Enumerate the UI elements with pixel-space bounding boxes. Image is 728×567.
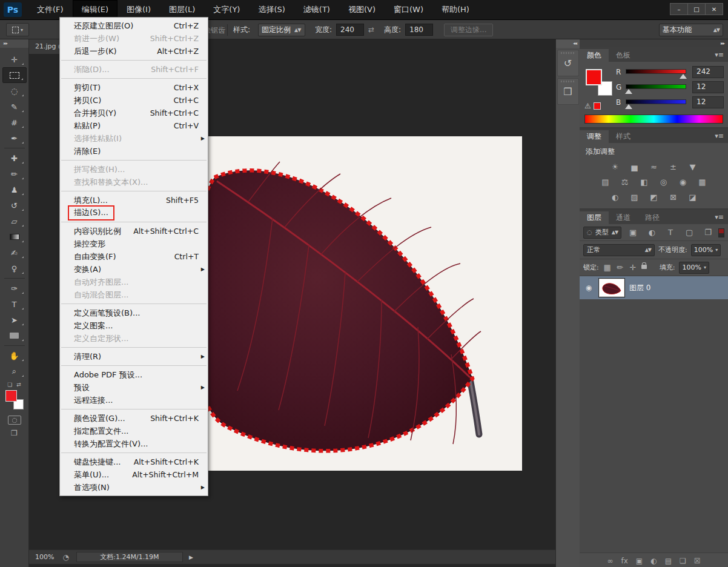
photo-filter-icon[interactable]: ◎ [657, 177, 670, 187]
tool-preset-picker[interactable]: ▾ [6, 23, 29, 36]
status-circle-icon[interactable]: ◔ [62, 553, 68, 562]
quick-selection-tool[interactable]: ✎ [2, 99, 27, 114]
menu-item[interactable]: 菜单(U)...Alt+Shift+Ctrl+M [60, 468, 208, 481]
swap-dimensions-icon[interactable]: ⇄ [368, 20, 374, 39]
menu-item[interactable]: 键盘快捷键...Alt+Shift+Ctrl+K [60, 456, 208, 468]
menu-item[interactable]: 清理(R)▶ [60, 350, 208, 363]
zoom-tool[interactable]: ⌕ [2, 363, 27, 379]
invert-icon[interactable]: ◐ [609, 192, 622, 202]
brightness-contrast-icon[interactable]: ☀ [609, 162, 622, 172]
new-group-icon[interactable]: ▤ [665, 555, 672, 566]
channel-value-input[interactable]: 242 [692, 66, 724, 78]
menubar-item[interactable]: 窗口(W) [385, 0, 432, 20]
channel-value-input[interactable]: 12 [692, 96, 724, 108]
move-tool[interactable]: ✛ [2, 51, 27, 67]
menu-item[interactable]: 自由变换(F)Ctrl+T [60, 250, 208, 263]
menu-item[interactable]: 清除(E) [60, 145, 208, 158]
menubar-item[interactable]: 帮助(H) [432, 0, 478, 20]
new-adjustment-icon[interactable]: ◐ [650, 555, 657, 566]
color-balance-icon[interactable]: ⚖ [618, 177, 632, 187]
rect-marquee-tool[interactable] [2, 67, 27, 83]
tab-图层[interactable]: 图层 [580, 211, 609, 224]
menu-item[interactable]: 还原建立图层(O)Ctrl+Z [60, 19, 208, 32]
menu-item[interactable]: 转换为配置文件(V)... [60, 437, 208, 450]
link-layers-icon[interactable]: ∞ [607, 555, 613, 566]
color-spectrum-bar[interactable] [584, 114, 723, 124]
toolbar-expander[interactable]: ▸▸ [0, 39, 28, 48]
menu-item[interactable]: 拷贝(C)Ctrl+C [60, 94, 208, 107]
smart-object-filter-icon[interactable]: ❐ [701, 227, 715, 237]
lock-all-icon[interactable] [641, 265, 647, 269]
status-options-arrow-icon[interactable]: ▶ [189, 554, 193, 560]
crop-tool[interactable]: # [2, 114, 27, 130]
menu-item-stroke[interactable]: 描边(S)... [60, 207, 208, 219]
opacity-input[interactable]: 100% ▾ [691, 244, 721, 256]
channel-slider-handle[interactable] [625, 104, 632, 109]
tab-路径[interactable]: 路径 [638, 211, 667, 224]
channel-slider-handle[interactable] [680, 74, 687, 79]
eyedropper-tool[interactable]: ✒ [2, 130, 27, 146]
layer-row[interactable]: ◉ 图层 0 [580, 276, 728, 299]
menu-item[interactable]: 合并拷贝(Y)Shift+Ctrl+C [60, 107, 208, 119]
width-input[interactable]: 240 [336, 24, 364, 36]
maximize-button[interactable]: □ [687, 3, 706, 15]
foreground-color-swatch[interactable] [586, 69, 602, 85]
tab-色板[interactable]: 色板 [609, 49, 638, 62]
pen-tool[interactable]: ✑ [2, 280, 27, 296]
levels-icon[interactable]: ▅ [628, 162, 641, 172]
menu-item[interactable]: 颜色设置(G)...Shift+Ctrl+K [60, 412, 208, 425]
hue-saturation-icon[interactable]: ▤ [599, 177, 612, 187]
clone-stamp-tool[interactable]: ♟ [2, 182, 27, 197]
lock-position-icon[interactable]: ✛ [629, 262, 637, 273]
panel-menu-icon[interactable]: ▾≡ [715, 213, 724, 221]
layer-filter-select[interactable]: ◌ 类型 ▲▼ [583, 227, 621, 239]
eraser-tool[interactable]: ▱ [2, 213, 27, 229]
channel-slider-handle[interactable] [625, 89, 632, 94]
menu-item[interactable]: 预设▶ [60, 381, 208, 394]
white-black-swatches[interactable] [715, 115, 723, 123]
spot-healing-tool[interactable]: ✚ [2, 150, 27, 166]
tab-样式[interactable]: 样式 [609, 130, 638, 143]
layer-visibility-icon[interactable]: ◉ [583, 284, 594, 292]
channel-value-input[interactable]: 12 [692, 81, 724, 93]
fill-input[interactable]: 100% ▾ [679, 262, 709, 274]
dodge-tool[interactable]: ♀ [2, 260, 27, 276]
channel-slider-track[interactable] [626, 69, 686, 74]
lock-transparency-icon[interactable]: ▦ [603, 262, 612, 273]
default-colors-icon[interactable]: ❏ [7, 382, 12, 388]
menu-item[interactable]: Adobe PDF 预设... [60, 368, 208, 381]
curves-icon[interactable]: ≈ [647, 162, 661, 172]
posterize-icon[interactable]: ▨ [628, 192, 641, 202]
gamut-color-swatch[interactable] [594, 102, 601, 110]
channel-slider-track[interactable] [626, 84, 686, 89]
properties-panel-icon[interactable]: ❒ [557, 78, 579, 105]
pixel-layer-filter-icon[interactable]: ▣ [626, 227, 640, 237]
menubar-item[interactable]: 文字(Y) [204, 0, 249, 20]
menu-item[interactable]: 定义画笔预设(B)... [60, 307, 208, 319]
lock-pixels-icon[interactable]: ✏ [616, 262, 624, 273]
gradient-map-icon[interactable]: ⊠ [667, 192, 680, 202]
history-brush-tool[interactable]: ↺ [2, 197, 27, 213]
blend-mode-select[interactable]: 正常 ▲▼ [583, 244, 655, 256]
brush-tool[interactable]: ✏ [2, 166, 27, 182]
channel-mixer-icon[interactable]: ◉ [677, 177, 690, 187]
shape-layer-filter-icon[interactable]: ▢ [683, 227, 696, 237]
menu-item[interactable]: 剪切(T)Ctrl+X [60, 81, 208, 94]
delete-layer-icon[interactable]: ☒ [694, 555, 701, 566]
screen-mode-button[interactable]: ❐ [11, 429, 18, 437]
layer-effects-icon[interactable]: fx [621, 555, 627, 566]
path-selection-tool[interactable]: ➤ [2, 312, 27, 328]
menu-item[interactable]: 填充(L)...Shift+F5 [60, 194, 208, 207]
tab-颜色[interactable]: 颜色 [580, 49, 609, 62]
history-panel-icon[interactable]: ↺ [557, 50, 579, 76]
foreground-color-swatch[interactable] [5, 390, 17, 402]
menu-item[interactable]: 操控变形 [60, 237, 208, 250]
type-layer-filter-icon[interactable]: T [664, 227, 677, 237]
shape-tool[interactable] [2, 328, 27, 343]
vibrance-icon[interactable]: ▼ [686, 162, 700, 172]
lasso-tool[interactable]: ◌ [2, 83, 27, 99]
tab-调整[interactable]: 调整 [580, 130, 609, 143]
add-mask-icon[interactable]: ▣ [636, 555, 643, 566]
menu-item[interactable]: 远程连接... [60, 394, 208, 406]
minimize-button[interactable]: – [670, 3, 688, 15]
